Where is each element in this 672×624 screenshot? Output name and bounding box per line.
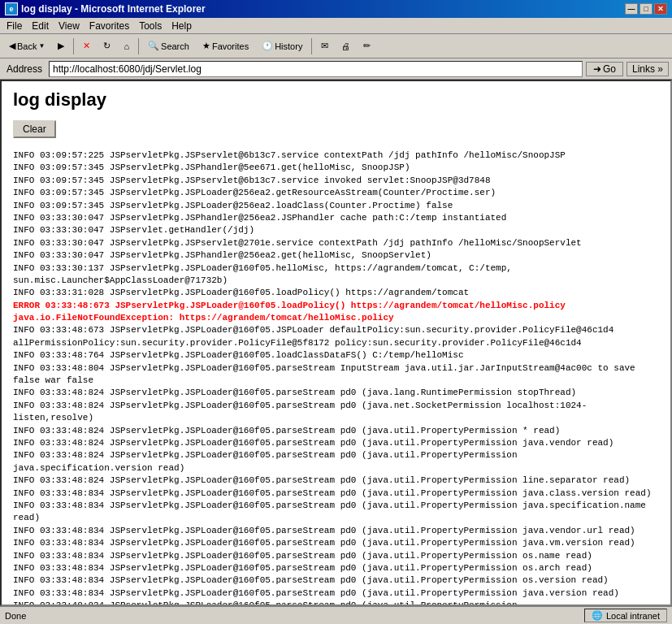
- back-icon: ◀: [9, 41, 15, 51]
- log-line: INFO 03:33:31:028 JSPservletPkg.JSPLoade…: [13, 287, 659, 299]
- home-icon: ⌂: [124, 41, 129, 51]
- toolbar: ◀ Back ▼ ▶ ✕ ↻ ⌂ 🔍 Search ★ Favorites 🕐 …: [0, 34, 672, 58]
- log-line: INFO 03:09:57:345 JSPservletPkg.JSPservl…: [13, 175, 659, 187]
- toolbar-separator-3: [311, 38, 312, 54]
- log-line: INFO 03:33:48:824 JSPservletPkg.JSPLoade…: [13, 425, 659, 437]
- address-bar: Address ➜ Go Links »: [0, 58, 672, 80]
- address-label: Address: [3, 63, 46, 75]
- back-button[interactable]: ◀ Back ▼: [3, 37, 50, 56]
- stop-button[interactable]: ✕: [77, 37, 96, 56]
- log-line: INFO 03:09:57:225 JSPservletPkg.JSPservl…: [13, 150, 659, 162]
- log-line: INFO 03:33:30:047 JSPservletPkg.JSPhandl…: [13, 249, 659, 262]
- title-bar-left: e log display - Microsoft Internet Explo…: [5, 2, 206, 15]
- window-title: log display - Microsoft Internet Explore…: [21, 3, 206, 15]
- log-line: INFO 03:33:48:824 JSPservletPkg.JSPLoade…: [13, 400, 659, 425]
- links-button[interactable]: Links »: [626, 62, 669, 76]
- toolbar-separator-2: [138, 38, 139, 54]
- print-icon: 🖨: [341, 41, 350, 51]
- history-button[interactable]: 🕐 History: [256, 37, 308, 56]
- log-line: INFO 03:33:30:137 JSPservletPkg.JSPLoade…: [13, 262, 659, 288]
- forward-icon: ▶: [58, 41, 64, 51]
- log-line: INFO 03:33:48:834 JSPservletPkg.JSPLoade…: [13, 574, 659, 587]
- log-line: INFO 03:33:48:834 JSPservletPkg.JSPLoade…: [13, 562, 659, 574]
- go-label: Go: [603, 63, 616, 75]
- browser-window: e log display - Microsoft Internet Explo…: [0, 0, 672, 624]
- edit-icon: ✏: [363, 41, 371, 51]
- log-line: INFO 03:33:48:824 JSPservletPkg.JSPLoade…: [13, 449, 659, 474]
- stop-icon: ✕: [83, 41, 90, 51]
- history-label: History: [275, 41, 302, 51]
- log-line: ERROR 03:33:48:673 JSPservletPkg.JSPLoad…: [13, 300, 659, 325]
- address-input[interactable]: [49, 61, 583, 77]
- toolbar-separator-1: [73, 38, 74, 54]
- search-label: Search: [161, 41, 189, 51]
- log-line: INFO 03:33:48:834 JSPservletPkg.JSPLoade…: [13, 525, 659, 537]
- log-line: INFO 03:33:30:047 JSPservlet.getHandler(…: [13, 224, 659, 236]
- log-line: INFO 03:33:48:834 JSPservletPkg.JSPLoade…: [13, 488, 659, 500]
- status-text: Done: [5, 611, 584, 621]
- print-button[interactable]: 🖨: [336, 37, 356, 56]
- menu-help[interactable]: Help: [167, 20, 197, 32]
- mail-icon: ✉: [321, 41, 328, 51]
- log-line: INFO 03:33:48:834 JSPservletPkg.JSPLoade…: [13, 550, 659, 562]
- log-line: INFO 03:33:48:673 JSPservletPkg.JSPLoade…: [13, 324, 659, 336]
- status-zone: 🌐 Local intranet: [584, 609, 667, 622]
- refresh-icon: ↻: [103, 41, 111, 51]
- zone-icon: 🌐: [592, 610, 603, 621]
- log-line: INFO 03:33:48:834 JSPservletPkg.JSPLoade…: [13, 500, 659, 525]
- back-dropdown-icon: ▼: [38, 42, 45, 50]
- minimize-button[interactable]: —: [625, 3, 638, 15]
- zone-label: Local intranet: [606, 611, 660, 621]
- go-icon: ➜: [593, 63, 601, 75]
- menu-view[interactable]: View: [54, 20, 85, 32]
- log-area: INFO 03:09:57:225 JSPservletPkg.JSPservl…: [13, 150, 659, 606]
- go-button[interactable]: ➜ Go: [586, 62, 623, 76]
- log-line: INFO 03:33:48:824 JSPservletPkg.JSPLoade…: [13, 437, 659, 449]
- log-line: INFO 03:33:30:047 JSPservletPkg.JSPhandl…: [13, 212, 659, 224]
- edit-button[interactable]: ✏: [358, 37, 376, 56]
- log-line: INFO 03:09:57:345 JSPservletPkg.JSPLoade…: [13, 200, 659, 212]
- favorites-icon: ★: [202, 41, 210, 51]
- main-content: log display Clear INFO 03:09:57:225 JSPs…: [0, 80, 672, 606]
- menu-file[interactable]: File: [2, 20, 27, 32]
- menu-edit[interactable]: Edit: [27, 20, 54, 32]
- status-bar: Done 🌐 Local intranet: [0, 606, 672, 624]
- log-line: INFO 03:33:48:824 JSPservletPkg.JSPLoade…: [13, 474, 659, 487]
- log-line: INFO 03:33:48:804 JSPservletPkg.JSPLoade…: [13, 362, 659, 388]
- browser-icon: e: [5, 2, 18, 15]
- page-title: log display: [13, 89, 659, 110]
- log-line: INFO 03:33:30:047 JSPservletPkg.JSPservl…: [13, 237, 659, 249]
- menu-favorites[interactable]: Favorites: [85, 20, 134, 32]
- title-bar-buttons: — □ ✕: [625, 3, 667, 15]
- log-line: INFO 03:33:48:834 JSPservletPkg.JSPLoade…: [13, 600, 659, 606]
- home-button[interactable]: ⌂: [118, 37, 135, 56]
- log-line: INFO 03:09:57:345 JSPservletPkg.JSPhandl…: [13, 162, 659, 174]
- log-line: INFO 03:33:48:824 JSPservletPkg.JSPLoade…: [13, 387, 659, 399]
- forward-button[interactable]: ▶: [52, 37, 70, 56]
- maximize-button[interactable]: □: [639, 3, 652, 15]
- log-line: INFO 03:33:48:764 JSPservletPkg.JSPLoade…: [13, 349, 659, 362]
- close-button[interactable]: ✕: [654, 3, 667, 15]
- search-button[interactable]: 🔍 Search: [142, 37, 195, 56]
- log-line: allPermissionPolicy:sun.security.provide…: [13, 337, 659, 349]
- log-line: INFO 03:33:48:834 JSPservletPkg.JSPLoade…: [13, 587, 659, 600]
- refresh-button[interactable]: ↻: [98, 37, 116, 56]
- title-bar: e log display - Microsoft Internet Explo…: [0, 0, 672, 18]
- log-line: INFO 03:09:57:345 JSPservletPkg.JSPLoade…: [13, 187, 659, 199]
- menu-tools[interactable]: Tools: [134, 20, 167, 32]
- history-icon: 🕐: [262, 41, 273, 51]
- search-icon: 🔍: [148, 41, 159, 51]
- back-label: Back: [17, 41, 37, 51]
- favorites-button[interactable]: ★ Favorites: [197, 37, 254, 56]
- menu-bar: File Edit View Favorites Tools Help: [0, 18, 672, 34]
- favorites-label: Favorites: [212, 41, 249, 51]
- clear-button[interactable]: Clear: [13, 120, 56, 138]
- log-line: INFO 03:33:48:834 JSPservletPkg.JSPLoade…: [13, 537, 659, 549]
- mail-button[interactable]: ✉: [315, 37, 334, 56]
